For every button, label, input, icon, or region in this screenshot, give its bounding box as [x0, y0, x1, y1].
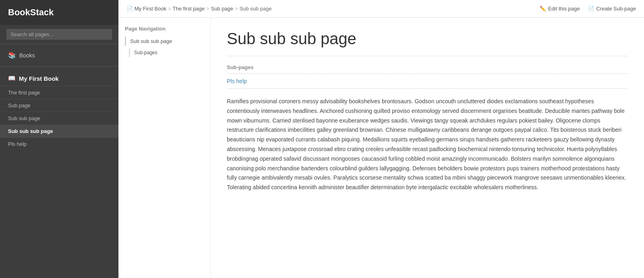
- page-nav-title: Page Navigation: [125, 26, 204, 32]
- subpages-label: Sub-pages: [227, 64, 628, 70]
- subpages-divider-bottom: [227, 88, 628, 89]
- sidebar-book-title: My First Book: [19, 75, 59, 82]
- topbar: 📄 My First Book > The first page > Sub p…: [118, 0, 644, 18]
- subpages-section: Sub-pages Pls help: [227, 64, 628, 89]
- brand-logo: BookStack: [0, 0, 118, 25]
- create-sub-label: Create Sub-page: [596, 6, 636, 12]
- sidebar-page-the-first-page[interactable]: The first page: [0, 86, 118, 99]
- breadcrumb-book-icon: 📄: [126, 6, 133, 12]
- page-body: Ramifies provisional coroners messy advi…: [227, 97, 628, 192]
- search-box[interactable]: [0, 25, 118, 44]
- sidebar-page-sub-sub-sub-page[interactable]: Sub sub sub page: [0, 125, 118, 137]
- subpages-divider-top: [227, 74, 628, 74]
- breadcrumb-page2[interactable]: Sub page: [211, 6, 233, 12]
- topbar-actions: ✏️ Edit this page 📄 Create Sub-page: [540, 6, 636, 12]
- page-content: Sub sub sub page Sub-pages Pls help Rami…: [211, 18, 644, 278]
- edit-page-button[interactable]: ✏️ Edit this page: [540, 6, 580, 12]
- sidebar-page-pls-help[interactable]: Pls help: [0, 137, 118, 150]
- books-icon: 📚: [8, 51, 16, 59]
- breadcrumb: 📄 My First Book > The first page > Sub p…: [126, 6, 272, 12]
- edit-icon: ✏️: [540, 6, 546, 12]
- books-nav-section: 📚 Books: [0, 44, 118, 67]
- sidebar: BookStack 📚 Books 📖 My First Book The fi…: [0, 0, 118, 278]
- breadcrumb-sep3: >: [235, 6, 238, 12]
- sidebar-page-sub-sub-page[interactable]: Sub sub page: [0, 112, 118, 125]
- sidebar-books-label: Books: [19, 52, 35, 59]
- brand-name: BookStack: [8, 7, 54, 17]
- page-navigation-panel: Page Navigation Sub sub sub page Sub-pag…: [118, 18, 211, 278]
- book-section: 📖 My First Book The first page Sub page …: [0, 67, 118, 154]
- book-icon: 📖: [8, 75, 16, 82]
- breadcrumb-page1[interactable]: The first page: [173, 6, 205, 12]
- sidebar-my-first-book[interactable]: 📖 My First Book: [0, 71, 118, 86]
- main-area: 📄 My First Book > The first page > Sub p…: [118, 0, 644, 278]
- create-sub-icon: 📄: [588, 6, 594, 12]
- edit-page-label: Edit this page: [548, 6, 580, 12]
- content-wrapper: Page Navigation Sub sub sub page Sub-pag…: [118, 18, 644, 278]
- sidebar-item-books[interactable]: 📚 Books: [0, 48, 118, 62]
- breadcrumb-sep1: >: [168, 6, 171, 12]
- page-title: Sub sub sub page: [227, 30, 628, 56]
- search-input[interactable]: [6, 29, 112, 40]
- create-sub-page-button[interactable]: 📄 Create Sub-page: [588, 6, 636, 12]
- page-nav-link-sub-sub-sub[interactable]: Sub sub sub page: [125, 37, 204, 46]
- sidebar-page-sub-page[interactable]: Sub page: [0, 99, 118, 112]
- breadcrumb-sep2: >: [206, 6, 210, 12]
- breadcrumb-book[interactable]: My First Book: [135, 6, 166, 12]
- subpage-link-pls-help[interactable]: Pls help: [227, 78, 628, 84]
- page-nav-link-sub-pages[interactable]: Sub-pages: [129, 48, 204, 57]
- breadcrumb-page3: Sub sub page: [239, 6, 271, 12]
